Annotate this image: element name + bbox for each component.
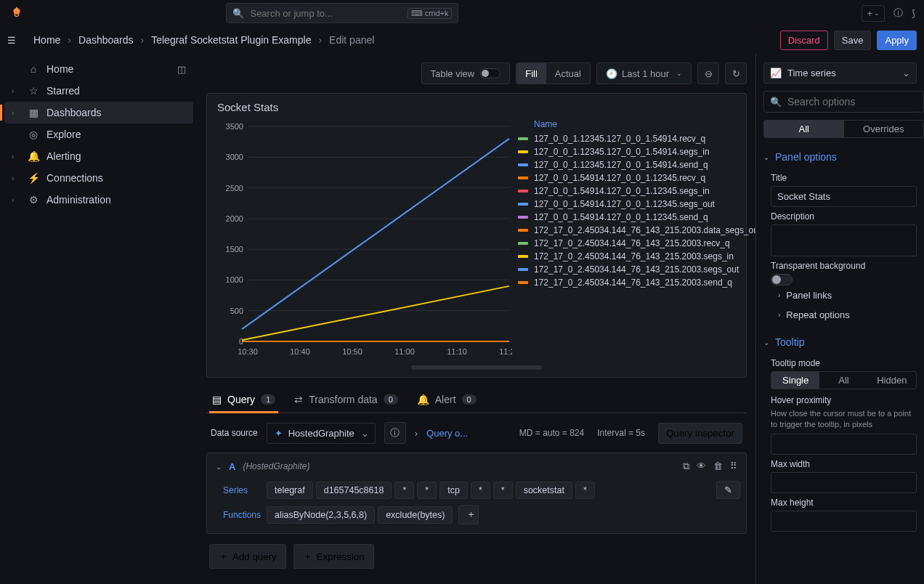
legend-item[interactable]: 172_17_0_2.45034.144_76_143_215.2003.dat… <box>518 224 755 237</box>
collapse-icon[interactable]: ⌄ <box>216 463 222 471</box>
breadcrumb: Home › Dashboards › Telegraf Socketstat … <box>33 34 374 46</box>
description-label: Description <box>771 211 917 222</box>
table-view-toggle[interactable]: Table view <box>421 62 511 84</box>
add-button[interactable]: + ⌄ <box>862 5 885 22</box>
legend-item[interactable]: 127_0_0_1.12345.127_0_0_1.54914.segs_in <box>518 145 755 158</box>
svg-text:500: 500 <box>230 307 243 315</box>
timeseries-icon: 📈 <box>770 68 782 78</box>
legend-item[interactable]: 127_0_0_1.54914.127_0_0_1.12345.segs_in <box>518 184 755 198</box>
svg-text:2500: 2500 <box>226 184 243 192</box>
datasource-label: Data source <box>211 428 258 438</box>
legend-item[interactable]: 127_0_0_1.54914.127_0_0_1.12345.segs_out <box>518 198 755 211</box>
svg-text:1000: 1000 <box>226 275 243 284</box>
section-panel-options[interactable]: ⌄Panel options <box>756 145 924 169</box>
tooltip-mode-toggle[interactable]: Single All Hidden <box>771 371 917 389</box>
tab-alert[interactable]: 🔔 Alert 0 <box>414 386 479 413</box>
series-segment[interactable]: * <box>471 482 490 499</box>
hover-proximity-input[interactable] <box>771 434 917 455</box>
sidebar-item-connections[interactable]: ›⚡ Connections <box>4 167 193 189</box>
tab-query[interactable]: ▤ Query 1 <box>209 386 278 413</box>
query-letter: A <box>229 461 235 472</box>
refresh-button[interactable]: ↻ <box>725 62 747 84</box>
grafana-logo[interactable] <box>9 5 25 21</box>
title-label: Title <box>771 173 917 183</box>
hamburger-icon[interactable]: ☰ <box>7 35 25 46</box>
copy-icon[interactable]: ⧉ <box>683 461 689 472</box>
sidebar-item-administration[interactable]: ›⚙ Administration <box>4 189 193 211</box>
save-button[interactable]: Save <box>834 31 872 50</box>
crumb-dashboards[interactable]: Dashboards <box>78 34 134 46</box>
rss-icon[interactable]: ⟆ <box>912 8 915 19</box>
series-segment[interactable]: * <box>394 482 414 499</box>
series-segment[interactable]: telegraf <box>267 482 313 499</box>
legend-item[interactable]: 172_17_0_2.45034.144_76_143_215.2003.seg… <box>518 250 755 263</box>
description-input[interactable] <box>771 224 917 256</box>
visualization-select[interactable]: 📈 Time series ⌄ <box>763 62 917 84</box>
sidebar-item-home[interactable]: ⌂ Home <box>4 58 170 80</box>
collapse-panel-icon[interactable]: ◫ <box>170 59 193 80</box>
help-icon[interactable]: ⓘ <box>893 7 903 20</box>
legend-item[interactable]: 127_0_0_1.12345.127_0_0_1.54914.recv_q <box>518 132 755 145</box>
series-segment[interactable]: * <box>575 482 595 499</box>
section-tooltip[interactable]: ⌄Tooltip <box>756 330 924 354</box>
series-segment[interactable]: d165745c8618 <box>316 482 392 499</box>
function-segment[interactable]: aliasByNode(2,3,5,6,8) <box>267 506 375 524</box>
options-search[interactable]: 🔍 <box>763 91 924 113</box>
legend-item[interactable]: 172_17_0_2.45034.144_76_143_215.2003.rec… <box>518 237 755 250</box>
options-search-input[interactable] <box>787 96 917 108</box>
query-editor: ⌄ A (HostedGraphite) ⧉ 👁 🗑 ⠿ Series tele… <box>206 453 747 534</box>
panel-title: Socket Stats <box>217 101 736 113</box>
query-icon: ▤ <box>212 394 222 405</box>
scroll-indicator <box>411 365 542 370</box>
edit-series-button[interactable]: ✎ <box>716 481 740 499</box>
sidebar-item-dashboards[interactable]: ›▦ Dashboards <box>4 102 193 123</box>
function-segment[interactable]: exclude(bytes) <box>378 506 453 524</box>
trash-icon[interactable]: 🗑 <box>713 461 723 472</box>
series-segment[interactable]: tcp <box>439 482 468 499</box>
series-segment[interactable]: socketstat <box>516 482 572 499</box>
zoom-out-button[interactable]: ⊖ <box>697 62 719 84</box>
query-options-link[interactable]: Query o... <box>426 428 468 439</box>
search-input[interactable] <box>250 8 401 19</box>
max-width-input[interactable] <box>771 472 917 493</box>
time-range-picker[interactable]: 🕘Last 1 hour ⌄ <box>596 62 692 84</box>
legend-item[interactable]: 127_0_0_1.54914.127_0_0_1.12345.recv_q <box>518 171 755 184</box>
dashboards-icon: ▦ <box>28 107 39 118</box>
transparent-toggle[interactable] <box>771 274 793 285</box>
global-search[interactable]: 🔍 ⌨ cmd+k <box>226 3 458 23</box>
panel-links-section[interactable]: ›Panel links <box>771 285 917 305</box>
all-overrides-toggle[interactable]: All Overrides <box>763 120 924 138</box>
add-expression-button[interactable]: ＋ Expression <box>293 544 374 569</box>
add-function-button[interactable]: ＋ <box>458 505 479 524</box>
drag-icon[interactable]: ⠿ <box>730 461 737 472</box>
tooltip-mode-label: Tooltip mode <box>771 358 917 368</box>
query-inspector-button[interactable]: Query inspector <box>658 423 742 444</box>
sidebar-item-alerting[interactable]: ›🔔 Alerting <box>4 145 193 167</box>
apply-button[interactable]: Apply <box>877 31 917 50</box>
sidebar-item-starred[interactable]: ›☆ Starred <box>4 80 193 102</box>
max-height-input[interactable] <box>771 511 917 532</box>
crumb-home[interactable]: Home <box>33 34 60 46</box>
legend-item[interactable]: 172_17_0_2.45034.144_76_143_215.2003.seg… <box>518 263 755 276</box>
series-segment[interactable]: * <box>417 482 437 499</box>
gear-icon: ⚙ <box>28 194 39 206</box>
legend-item[interactable]: 127_0_0_1.54914.127_0_0_1.12345.send_q <box>518 211 755 224</box>
datasource-help[interactable]: ⓘ <box>384 422 406 444</box>
tab-transform[interactable]: ⇄ Transform data 0 <box>291 386 401 413</box>
connections-icon: ⚡ <box>28 172 39 184</box>
legend-item[interactable]: 172_17_0_2.45034.144_76_143_215.2003.sen… <box>518 276 755 289</box>
legend-item[interactable]: 127_0_0_1.12345.127_0_0_1.54914.send_q <box>518 158 755 171</box>
discard-button[interactable]: Discard <box>780 31 828 50</box>
series-segment[interactable]: * <box>493 482 513 499</box>
title-input[interactable] <box>771 186 917 207</box>
datasource-select[interactable]: ✦ HostedGraphite <box>267 423 376 444</box>
options-panel: 📈 Time series ⌄ 🔍 All Overrides ⌄Panel o… <box>755 54 924 584</box>
eye-icon[interactable]: 👁 <box>697 461 706 472</box>
sidebar-item-explore[interactable]: ◎ Explore <box>4 123 193 145</box>
svg-text:10:40: 10:40 <box>290 347 310 356</box>
fill-actual-toggle[interactable]: Fill Actual <box>516 62 591 84</box>
crumb-dashboard-name[interactable]: Telegraf Socketstat Plugin Example <box>151 34 311 46</box>
add-query-button[interactable]: ＋ Add query <box>209 544 286 569</box>
chart-svg: 0500100015002000250030003500 10:3010:401… <box>217 119 512 359</box>
repeat-options-section[interactable]: ›Repeat options <box>771 305 917 325</box>
